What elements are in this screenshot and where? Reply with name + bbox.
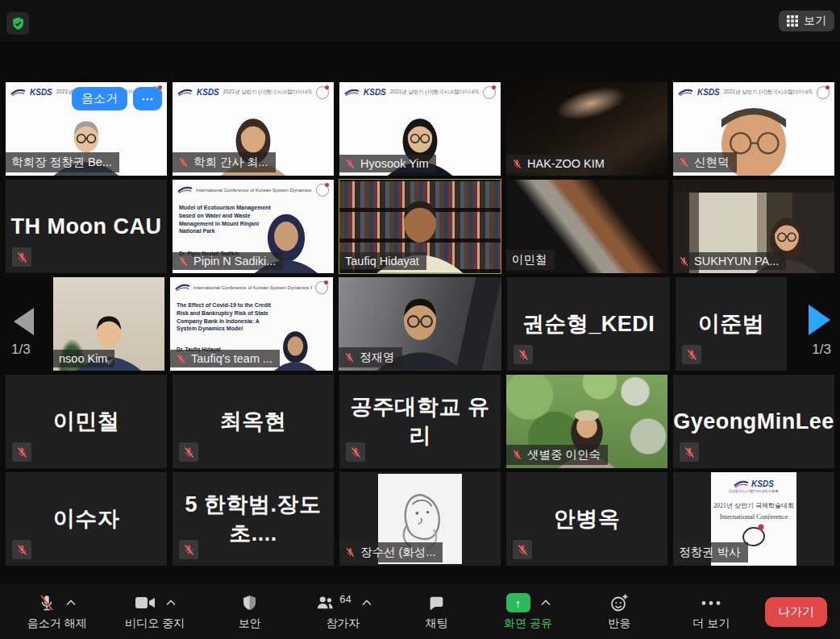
reactions-icon: [609, 593, 630, 612]
muted-mic-icon: [512, 158, 522, 170]
participant-name: 학회장 정창권 Be...: [11, 155, 112, 170]
name-label: 정재영: [339, 347, 402, 367]
participant-tile[interactable]: HAK-ZOO KIM: [506, 82, 667, 176]
society-seal-icon: [315, 281, 328, 294]
toolbar-share-screen-button[interactable]: ↑화면 공유: [501, 592, 555, 631]
participant-tile[interactable]: GyeongMinLee: [673, 375, 834, 468]
muted-mic-badge: [514, 345, 533, 364]
muted-mic-icon: [686, 348, 698, 362]
ksds-logo-swoosh-icon: [10, 89, 26, 97]
name-label: Pipin N Sadiki...: [173, 252, 283, 270]
next-page-arrow[interactable]: [809, 305, 830, 335]
camera-icon: [135, 595, 156, 611]
participant-tile[interactable]: 이민철: [6, 375, 167, 468]
page-indicator: 1/3: [11, 342, 31, 358]
chevron-up-icon: [362, 600, 372, 606]
participant-tile[interactable]: TH Moon CAU: [6, 180, 167, 273]
toolbar-reactions-button[interactable]: 반응: [593, 592, 647, 631]
muted-mic-icon: [679, 255, 689, 268]
meeting-info-button[interactable]: [6, 12, 29, 35]
toolbar-participants-button[interactable]: 64참가자: [314, 592, 371, 631]
participant-tile[interactable]: International Conference of Korean Syste…: [173, 180, 334, 273]
participant-tile[interactable]: KSDS2021년 상반기 (사)한국시스템다이내믹스학회 국제학술대회학회장 …: [6, 82, 167, 176]
participant-name: 정재영: [360, 350, 395, 365]
name-label: 정창권 박사: [673, 542, 748, 562]
muted-mic-icon: [345, 158, 356, 170]
share-screen-icon: ↑: [506, 593, 530, 612]
participant-tile[interactable]: 최옥현: [173, 375, 334, 468]
toolbar-stop-video-button[interactable]: 비디오 중지: [125, 592, 185, 631]
toolbar-label: 더 보기: [692, 616, 730, 631]
toolbar-label: 음소거 해제: [27, 616, 87, 631]
society-seal-icon: [316, 86, 329, 99]
chevron-up-icon: [541, 600, 551, 606]
participant-tile[interactable]: 장수선 (화성...: [339, 472, 501, 566]
muted-mic-badge: [179, 442, 198, 462]
conference-banner: KSDS2021년 상반기 (사)한국시스템다이내믹스학회 국제학술대회: [342, 85, 498, 100]
participant-tile[interactable]: KSDS(사)한국시스템다이내믹스학회2021년 상반기 국제학술대회Inter…: [673, 472, 834, 566]
participant-name: 이민철: [512, 252, 547, 268]
security-shield-icon: [10, 16, 26, 31]
participant-tile[interactable]: KSDS2021년 상반기 (사)한국시스템다이내믹스학회 국제학술대회Hyos…: [339, 82, 501, 176]
chevron-up-icon: [166, 600, 176, 606]
participant-tile[interactable]: 이수자: [6, 472, 167, 566]
muted-mic-icon: [16, 251, 28, 264]
participant-tile[interactable]: 5 한학범.장도초....: [173, 472, 334, 566]
page-indicator: 1/3: [812, 342, 831, 358]
name-label: nsoo Kim: [53, 350, 114, 367]
name-label: 신현덕: [673, 152, 737, 172]
more-options-button[interactable]: ⋯: [133, 87, 162, 110]
previous-page-arrow[interactable]: [14, 308, 34, 335]
toolbar-more-button[interactable]: 더 보기: [684, 592, 738, 631]
mic-muted-icon: [38, 593, 56, 613]
participant-tile[interactable]: 공주대학교 유 리: [339, 375, 501, 468]
name-label: HAK-ZOO KIM: [506, 155, 612, 172]
ksds-logo: KSDS: [197, 88, 219, 97]
toolbar-label: 반응: [609, 616, 631, 631]
muted-mic-icon: [517, 543, 529, 557]
name-label: 샛별중 이인숙: [506, 445, 608, 465]
participant-tile[interactable]: SUKHYUN PA...: [673, 180, 834, 273]
participant-tile[interactable]: nsoo Kim: [53, 277, 164, 371]
leave-button[interactable]: 나가기: [765, 597, 827, 627]
name-label: Taufiq Hidayat: [339, 252, 426, 270]
participant-gallery: KSDS2021년 상반기 (사)한국시스템다이내믹스학회 국제학술대회학회장 …: [0, 82, 840, 570]
toolbar-label: 화면 공유: [504, 616, 552, 631]
participant-tile[interactable]: 권순형_KEDI: [507, 277, 670, 371]
toolbar-security-button[interactable]: 보안: [223, 592, 277, 631]
participant-name: 정창권 박사: [679, 545, 741, 560]
participant-tile[interactable]: 샛별중 이인숙: [506, 375, 667, 468]
participant-tile[interactable]: 정재영: [339, 277, 501, 371]
slide-header-text: International Conference of Korean Syste…: [193, 285, 312, 290]
name-label: SUKHYUN PA...: [673, 252, 786, 270]
ksds-logo: KSDS: [364, 88, 386, 97]
ksds-logo-swoosh-icon: [734, 480, 749, 488]
mute-participant-button[interactable]: 음소거: [72, 87, 127, 110]
meeting-toolbar: 음소거 해제비디오 중지보안64참가자채팅↑화면 공유반응더 보기나가기: [0, 584, 840, 639]
participant-tile[interactable]: 이민철: [506, 180, 667, 273]
ksds-logo-swoosh-icon: [344, 89, 360, 97]
view-button[interactable]: 보기: [779, 10, 834, 31]
participant-tile[interactable]: KSDS2021년 상반기 (사)한국시스템다이내믹스학회 국제학술대회학회 간…: [173, 82, 334, 176]
muted-mic-badge: [346, 442, 365, 462]
muted-mic-badge: [179, 540, 198, 559]
participant-tile[interactable]: 이준범: [676, 277, 787, 371]
slide-header: International Conference of Korean Syste…: [175, 281, 328, 294]
participant-tile[interactable]: International Conference of Korean Syste…: [170, 277, 333, 371]
muted-mic-badge: [12, 442, 31, 462]
zoom-meeting-window: 보기 KSDS2021년 상반기 (사)한국시스템다이내믹스학회 국제학술대회학…: [0, 0, 840, 639]
name-label: 학회 간사 최...: [173, 152, 276, 172]
participant-name: nsoo Kim: [59, 352, 107, 365]
participant-tile[interactable]: KSDS2021년 상반기 (사)한국시스템다이내믹스학회 국제학술대회신현덕: [673, 82, 834, 176]
muted-mic-badge: [682, 345, 701, 364]
card-line1: 2021년 상반기 국제학술대회: [713, 501, 794, 510]
participant-name: Taufiq's team ...: [191, 352, 272, 365]
gallery-row: nsoo KimInternational Conference of Kore…: [0, 277, 840, 371]
participant-tile[interactable]: 안병옥: [506, 472, 667, 566]
society-seal-icon: [483, 86, 496, 99]
toolbar-chat-button[interactable]: 채팅: [410, 592, 463, 631]
toolbar-unmute-button[interactable]: 음소거 해제: [27, 592, 87, 631]
shield-icon: [241, 594, 258, 612]
participant-tile[interactable]: Taufiq Hidayat: [339, 180, 501, 273]
muted-mic-icon: [16, 446, 28, 459]
